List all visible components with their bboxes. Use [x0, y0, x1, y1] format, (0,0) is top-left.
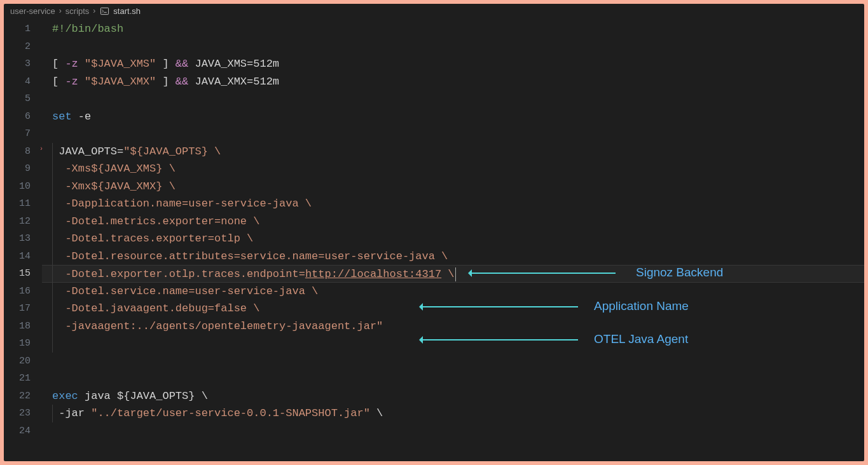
breadcrumb[interactable]: user-service › scripts › start.sh: [4, 4, 864, 18]
code-token: [: [52, 58, 65, 70]
code-token: http://localhost:4317: [305, 268, 441, 280]
code-token: "../target/user-service-0.0.1-SNAPSHOT.j…: [91, 407, 370, 419]
line-number: 10: [4, 178, 31, 196]
code-line[interactable]: -Dotel.resource.attributes=service.name=…: [52, 248, 864, 266]
code-token: -Dotel.javaagent.debug=false \: [65, 302, 259, 314]
code-token: &&: [176, 76, 188, 88]
line-number: 14: [4, 248, 31, 266]
code-token: -Dotel.resource.attributes=service.name=…: [65, 250, 448, 262]
line-number: 5: [4, 90, 31, 108]
line-number: 4: [4, 73, 31, 91]
code-line[interactable]: -Dotel.javaagent.debug=false \: [52, 300, 864, 318]
line-number: 12: [4, 213, 31, 231]
code-token: exec: [52, 390, 78, 402]
code-token: -jar: [59, 407, 91, 419]
line-number-gutter: 123456789101112131415161718192021222324: [4, 18, 42, 461]
line-number: 9: [4, 160, 31, 178]
code-token: [78, 76, 85, 88]
line-number: 19: [4, 335, 31, 353]
code-line[interactable]: -Dotel.metrics.exporter=none \: [52, 213, 864, 231]
code-line[interactable]: set -e: [52, 108, 864, 126]
code-line[interactable]: [52, 370, 864, 388]
code-token: &&: [176, 58, 188, 70]
code-area[interactable]: #!/bin/bash[ -z "$JAVA_XMS" ] && JAVA_XM…: [42, 18, 864, 461]
code-line[interactable]: JAVA_OPTS="${JAVA_OPTS} \: [52, 143, 864, 161]
code-line[interactable]: [ -z "$JAVA_XMX" ] && JAVA_XMX=512m: [52, 73, 864, 91]
code-line[interactable]: [52, 90, 864, 108]
code-token: "$JAVA_XMX": [85, 76, 156, 88]
code-line[interactable]: -jar "../target/user-service-0.0.1-SNAPS…: [52, 405, 864, 422]
line-number: 13: [4, 230, 31, 248]
code-line[interactable]: -Dotel.service.name=user-service-java \: [52, 283, 864, 300]
code-line[interactable]: exec java ${JAVA_OPTS} \: [52, 388, 864, 405]
code-token: -Dotel.metrics.exporter=none \: [65, 215, 259, 227]
editor-window: user-service › scripts › start.sh › 1234…: [4, 4, 864, 461]
code-token: -Dapplication.name=user-service-java \: [65, 198, 312, 210]
code-line[interactable]: [52, 38, 864, 56]
code-token: -Dotel.traces.exporter=otlp \: [65, 232, 253, 245]
code-token: \: [441, 268, 454, 280]
code-token: -javaagent:../agents/opentelemetry-javaa…: [65, 320, 383, 332]
code-token: set: [52, 111, 72, 123]
code-token: -Dotel.service.name=user-service-java \: [65, 285, 318, 297]
line-number: 18: [4, 318, 31, 335]
breadcrumb-segment[interactable]: scripts: [65, 6, 90, 16]
code-line[interactable]: [52, 335, 864, 353]
breadcrumb-file[interactable]: start.sh: [113, 6, 141, 16]
code-line[interactable]: [52, 353, 864, 370]
code-line[interactable]: [52, 125, 864, 143]
text-cursor: [455, 267, 456, 281]
code-token: -z: [65, 58, 78, 70]
code-token: -Xmx${JAVA_XMX} \: [65, 180, 175, 192]
line-number: 15: [4, 265, 31, 283]
code-editor[interactable]: › 12345678910111213141516171819202122232…: [4, 18, 864, 461]
code-token: -e: [72, 111, 92, 123]
line-number: 17: [4, 300, 31, 318]
code-token: "$JAVA_XMS": [85, 58, 156, 70]
line-number: 8: [4, 143, 31, 161]
line-number: 23: [4, 405, 31, 422]
code-token: -z: [65, 76, 78, 88]
code-token: \: [370, 407, 383, 419]
line-number: 11: [4, 195, 31, 213]
line-number: 1: [4, 20, 31, 38]
breadcrumb-segment[interactable]: user-service: [10, 6, 55, 16]
code-line[interactable]: -Xms${JAVA_XMS} \: [52, 160, 864, 178]
line-number: 20: [4, 353, 31, 370]
line-number: 16: [4, 283, 31, 300]
shell-file-icon: [99, 6, 109, 16]
code-line[interactable]: [ -z "$JAVA_XMS" ] && JAVA_XMS=512m: [52, 55, 864, 73]
code-token: [78, 58, 85, 70]
line-number: 2: [4, 38, 31, 56]
line-number: 24: [4, 422, 31, 440]
code-line[interactable]: -Dapplication.name=user-service-java \: [52, 195, 864, 213]
line-number: 22: [4, 388, 31, 405]
code-line[interactable]: -javaagent:../agents/opentelemetry-javaa…: [52, 318, 864, 335]
code-token: #!/bin/bash: [52, 23, 123, 35]
code-token: JAVA_XMS=512m: [188, 58, 279, 70]
code-token: -Xms${JAVA_XMS} \: [65, 163, 175, 175]
code-token: [: [52, 76, 65, 88]
code-line[interactable]: #!/bin/bash: [52, 20, 864, 38]
chevron-right-icon: ›: [59, 6, 62, 15]
line-number: 7: [4, 125, 31, 143]
code-line[interactable]: -Dotel.traces.exporter=otlp \: [52, 230, 864, 248]
chevron-right-icon: ›: [93, 6, 95, 15]
code-line[interactable]: -Dotel.exporter.otlp.traces.endpoint=htt…: [42, 265, 864, 283]
code-token: JAVA_OPTS=: [59, 145, 123, 158]
code-token: JAVA_XMX=512m: [188, 76, 279, 88]
code-line[interactable]: -Xmx${JAVA_XMX} \: [52, 178, 864, 196]
line-number: 3: [4, 55, 31, 73]
svg-rect-0: [100, 8, 108, 14]
line-number: 6: [4, 108, 31, 126]
code-token: ]: [156, 76, 176, 88]
code-token: "${JAVA_OPTS} \: [123, 145, 221, 158]
code-token: -Dotel.exporter.otlp.traces.endpoint=: [65, 268, 305, 280]
code-token: ]: [156, 58, 176, 70]
line-number: 21: [4, 370, 31, 388]
code-token: java ${JAVA_OPTS} \: [78, 390, 208, 402]
code-line[interactable]: [52, 422, 864, 440]
